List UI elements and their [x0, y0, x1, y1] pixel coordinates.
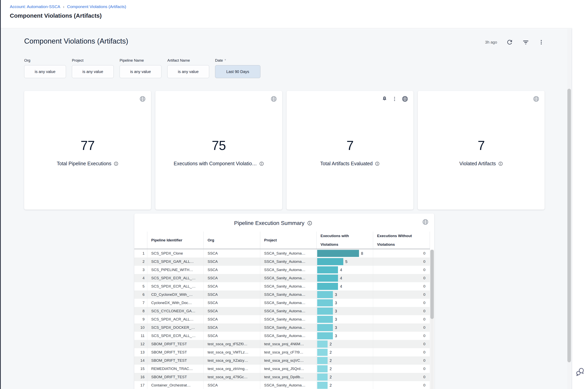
bar-value: 3 [335, 332, 337, 340]
violations-bar [317, 332, 333, 339]
dashboard-panel: Component Violations (Artifacts) 3h ago … [1, 29, 572, 389]
cell-project: test_ssca_proj_4N6M… [260, 340, 316, 348]
row-index: 13 [134, 348, 147, 357]
stat-card-violated-artifacts: 7 Violated Artifacts [418, 91, 545, 210]
info-icon[interactable] [259, 161, 264, 166]
globe-icon[interactable] [533, 96, 540, 102]
column-header-pipeline-identifier[interactable]: Pipeline Identifier [147, 232, 204, 249]
violations-bar [317, 299, 333, 306]
cell-org: test_ssca_org_zbVmg… [204, 365, 260, 373]
cell-project: SSCA_Sanity_Automa… [260, 282, 316, 291]
column-header-executions-without-violations[interactable]: Executions Without Violations [373, 232, 430, 249]
breadcrumb-account-link[interactable]: Account: Automation-SSCA [10, 4, 60, 9]
bar-value: 2 [330, 381, 332, 389]
table-row: 17 Container_Orchestrat… SSCA SSCA_Sanit… [134, 381, 430, 389]
row-index: 12 [134, 340, 147, 348]
table-row: 11 SCS_SPDX_ECR_ALL_… SSCA SSCA_Sanity_A… [134, 332, 430, 340]
violations-bar [317, 357, 328, 364]
filter-pipeline-name: Pipeline Name is any value [120, 58, 161, 78]
globe-icon[interactable] [271, 96, 277, 102]
cell-project: SSCA_Sanity_Automa… [260, 381, 316, 389]
kebab-menu-icon[interactable] [392, 96, 397, 102]
cell-executions-with-violations: 3 [316, 324, 373, 332]
filter-project: Project is any value [72, 58, 114, 78]
bell-plus-alert-icon[interactable] [381, 96, 387, 102]
filter-date-label: Date [215, 58, 223, 63]
filter-org-value-button[interactable]: is any value [24, 65, 66, 78]
info-icon[interactable] [375, 161, 380, 166]
last-refresh-label: 3h ago [485, 40, 497, 45]
table-row: 4 SCS_SPDX_ECR_ALL_… SSCA SSCA_Sanity_Au… [134, 274, 430, 282]
violations-bar [317, 374, 328, 381]
cell-org: SSCA [204, 249, 260, 258]
cell-executions-with-violations: 3 [316, 332, 373, 340]
breadcrumb-separator: › [63, 4, 65, 9]
dashboard-controls: 3h ago [485, 39, 544, 46]
column-header-index [134, 232, 147, 249]
cell-executions-with-violations: 3 [316, 315, 373, 324]
filter-icon[interactable] [522, 39, 529, 46]
row-index: 11 [134, 332, 147, 340]
refresh-icon[interactable] [506, 39, 513, 46]
table-row: 3 SCS_PIPELINE_WITH… SSCA SSCA_Sanity_Au… [134, 266, 430, 274]
cell-org: test_ssca_org_XZalzy… [204, 357, 260, 365]
cell-executions-without-violations: 0 [373, 307, 430, 315]
table-title: Pipeline Execution Summary [234, 220, 304, 226]
filter-pipeline-name-value-button[interactable]: is any value [120, 65, 161, 78]
stat-label: Total Artifacts Evaluated [320, 161, 373, 166]
row-index: 8 [134, 307, 147, 315]
stat-cards-row: 77 Total Pipeline Executions 75 Executio… [24, 91, 545, 210]
bar-value: 5 [345, 258, 347, 266]
table-row: 14 SBOM_DRIFT_TEST test_ssca_org_XZalzy…… [134, 357, 430, 365]
cell-project: SSCA_Sanity_Automa… [260, 324, 316, 332]
stat-card-total-pipeline-executions: 77 Total Pipeline Executions [24, 91, 151, 210]
filter-artifact-name-value-button[interactable]: is any value [167, 65, 209, 78]
filter-project-value-button[interactable]: is any value [72, 65, 114, 78]
column-header-executions-with-violations[interactable]: Executions with Violations [316, 232, 373, 249]
cell-executions-without-violations: 0 [373, 291, 430, 299]
table-header-row: Pipeline Identifier Org Project Executio… [134, 232, 430, 249]
cell-executions-without-violations: 0 [373, 381, 430, 389]
cell-org: SSCA [204, 274, 260, 282]
page-scrollbar-thumb[interactable] [567, 89, 571, 362]
cell-project: SSCA_Sanity_Automa… [260, 307, 316, 315]
breadcrumb-current-link[interactable]: Component Violations (Artifacts) [67, 4, 126, 9]
globe-icon[interactable] [139, 96, 146, 102]
row-index: 10 [134, 324, 147, 332]
violations-bar [317, 365, 328, 372]
chat-help-icon[interactable] [575, 367, 585, 376]
violations-bar [317, 324, 333, 331]
info-icon[interactable] [114, 161, 118, 166]
filter-org-label: Org [24, 58, 31, 63]
cell-executions-without-violations: 0 [373, 299, 430, 307]
table-scrollbar-thumb[interactable] [430, 250, 434, 319]
column-header-org[interactable]: Org [204, 232, 260, 249]
collapsed-nav-strip [0, 0, 1, 389]
filter-date-value-button[interactable]: Last 90 Days [215, 65, 260, 78]
violations-bar [317, 316, 333, 323]
cell-pipeline-identifier: REMEDIATION_TRAC… [147, 365, 204, 373]
globe-icon[interactable] [422, 219, 429, 225]
kebab-menu-icon[interactable] [538, 39, 544, 45]
cell-executions-with-violations: 2 [316, 348, 373, 357]
globe-icon[interactable] [402, 96, 408, 102]
table-row: 1 SCS_SPDX_Clone SSCA SSCA_Sanity_Automa… [134, 249, 430, 258]
table-row: 12 SBOM_DRIFT_TEST test_ssca_org_tF5Zf0…… [134, 340, 430, 348]
cell-executions-without-violations: 0 [373, 258, 430, 266]
column-header-project[interactable]: Project [260, 232, 316, 249]
info-icon[interactable] [498, 161, 503, 166]
cell-executions-without-violations: 0 [373, 332, 430, 340]
violations-bar [317, 250, 359, 257]
info-icon[interactable] [307, 221, 312, 226]
cell-project: SSCA_Sanity_Automa… [260, 332, 316, 340]
cell-executions-without-violations: 0 [373, 348, 430, 357]
cell-executions-with-violations: 2 [316, 373, 373, 381]
cell-org: SSCA [204, 258, 260, 266]
bar-value: 3 [335, 291, 337, 299]
cell-org: SSCA [204, 332, 260, 340]
cell-project: test_ssca_proj_J5Qrd… [260, 365, 316, 373]
table-row: 7 CycloneDX_With_Doc… SSCA SSCA_Sanity_A… [134, 299, 430, 307]
row-index: 4 [134, 274, 147, 282]
bar-value: 3 [335, 315, 337, 324]
cell-pipeline-identifier: SCS_SPDX_ECR_ALL_… [147, 282, 204, 291]
